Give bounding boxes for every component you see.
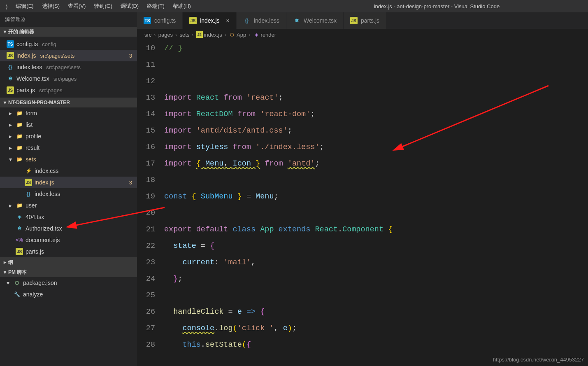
window-title: index.js - ant-design-pro-master - Visua… xyxy=(286,3,588,9)
js-icon: JS xyxy=(350,17,358,24)
menu-item[interactable]: 编辑(E) xyxy=(12,0,37,12)
folder-icon: 📁 xyxy=(16,121,23,128)
npm-item[interactable]: 🔧analyze xyxy=(0,289,137,300)
open-editors-header[interactable]: ▾ 开的 编辑器 xyxy=(0,27,137,37)
js-icon: JS xyxy=(7,52,14,59)
breadcrumb-separator: › xyxy=(249,32,250,38)
file-item[interactable]: ⚛404.tsx xyxy=(0,211,137,223)
explorer-title: 源管理器 xyxy=(0,12,137,27)
open-editor-item[interactable]: JSindex.jssrc\pages\sets3 xyxy=(0,50,137,61)
outline-header[interactable]: ▸ 纲 xyxy=(0,257,137,267)
tabbar: TSconfig.tsJSindex.js×{}index.less⚛Welco… xyxy=(137,12,588,29)
breadcrumb-part[interactable]: App xyxy=(237,32,246,38)
file-name: config.ts xyxy=(16,41,38,47)
breadcrumb-part[interactable]: sets xyxy=(179,32,189,38)
npm-item[interactable]: ▾⬡package.json xyxy=(0,277,137,289)
item-name: parts.js xyxy=(26,248,44,255)
code-editor[interactable]: 10111213141516171819202122232425262728 /… xyxy=(137,40,588,366)
file-item[interactable]: JSindex.js3 xyxy=(0,177,137,188)
file-path: src\pages\sets xyxy=(40,53,74,59)
file-item[interactable]: ⚡index.css xyxy=(0,165,137,177)
file-item[interactable]: <%document.ejs xyxy=(0,234,137,246)
folder-icon: 📁 xyxy=(16,202,23,209)
tab-label: config.ts xyxy=(154,17,176,24)
editor-tab[interactable]: JSparts.js xyxy=(344,12,386,29)
npm-scripts-header[interactable]: ▾ PM 脚本 xyxy=(0,267,137,277)
sidebar: 源管理器 ▾ 开的 编辑器 TSconfig.tsconfigJSindex.j… xyxy=(0,12,137,366)
project-header[interactable]: ▾ NT-DESIGN-PRO-MASTER xyxy=(0,98,137,107)
menu-item[interactable]: 终端(T) xyxy=(143,0,169,12)
editor-tab[interactable]: {}index.less xyxy=(237,12,286,29)
breadcrumb-separator: › xyxy=(225,32,226,38)
open-editor-item[interactable]: TSconfig.tsconfig xyxy=(0,38,137,50)
file-name: index.js xyxy=(16,52,36,59)
folder-icon: 📂 xyxy=(16,156,23,163)
close-icon[interactable]: × xyxy=(226,17,230,24)
line-numbers: 10111213141516171819202122232425262728 xyxy=(137,40,164,366)
class-icon: ⬡ xyxy=(229,31,235,38)
chevron-right-icon: ▸ xyxy=(2,259,8,265)
ts-icon: TS xyxy=(144,17,151,24)
problems-badge: 3 xyxy=(129,180,132,186)
folder-item[interactable]: ▸📁user xyxy=(0,200,137,211)
breadcrumb-separator: › xyxy=(175,32,177,38)
file-name: parts.js xyxy=(16,87,35,93)
folder-item[interactable]: ▸📁profile xyxy=(0,131,137,142)
breadcrumb-part[interactable]: src xyxy=(144,32,151,38)
file-path: src\pages xyxy=(53,76,77,82)
file-name: index.less xyxy=(16,64,42,70)
folder-item[interactable]: ▸📁form xyxy=(0,107,137,119)
file-item[interactable]: ⚛Authorized.tsx xyxy=(0,223,137,234)
breadcrumb-part[interactable]: index.js xyxy=(204,32,222,38)
breadcrumb-part[interactable]: render xyxy=(261,32,277,38)
breadcrumb[interactable]: src›pages›sets›JSindex.js›⬡App›◈render xyxy=(137,29,588,40)
code-lines[interactable]: // }import React from 'react';import Rea… xyxy=(164,40,588,366)
ejs-icon: <% xyxy=(16,236,23,244)
chevron-right-icon: ▸ xyxy=(7,133,13,140)
chevron-right-icon: ▸ xyxy=(7,145,13,151)
menu-item[interactable]: 查看(V) xyxy=(64,0,90,12)
editor-tab[interactable]: ⚛Welcome.tsx xyxy=(286,12,344,29)
folder-item[interactable]: ▸📁result xyxy=(0,142,137,154)
npm-label: PM 脚本 xyxy=(8,269,27,276)
less-icon: {} xyxy=(25,190,32,198)
folder-item[interactable]: ▸📁list xyxy=(0,119,137,131)
file-item[interactable]: JSparts.js xyxy=(0,246,137,257)
item-name: sets xyxy=(26,156,36,163)
folder-icon: 📁 xyxy=(16,110,23,117)
item-name: list xyxy=(26,121,33,128)
outline-label: 纲 xyxy=(8,259,13,266)
npm-icon: ⬡ xyxy=(13,279,21,287)
js-icon: JS xyxy=(189,17,197,24)
js-icon: JS xyxy=(196,31,203,38)
less-icon: {} xyxy=(7,63,14,71)
breadcrumb-separator: › xyxy=(192,32,193,38)
watermark: https://blog.csdn.net/weixin_44953227 xyxy=(493,357,584,363)
item-name: index.less xyxy=(35,191,60,197)
open-editors-label: 开的 编辑器 xyxy=(8,28,34,35)
menu-item[interactable]: 选择(S) xyxy=(38,0,64,12)
folder-item[interactable]: ▾📂sets xyxy=(0,154,137,165)
editor-tab[interactable]: TSconfig.ts xyxy=(137,12,183,29)
editor-tab[interactable]: JSindex.js× xyxy=(183,12,237,29)
file-path: src\pages xyxy=(39,87,62,93)
breadcrumb-part[interactable]: pages xyxy=(158,32,173,38)
react-icon: ⚛ xyxy=(16,225,23,232)
open-editor-item[interactable]: JSparts.jssrc\pages xyxy=(0,84,137,96)
folder-icon: 📁 xyxy=(16,144,23,152)
open-editor-item[interactable]: ⚛Welcome.tsxsrc\pages xyxy=(0,73,137,84)
less-icon: {} xyxy=(243,17,251,24)
js-icon: JS xyxy=(16,248,23,255)
menu-item[interactable]: ) xyxy=(2,0,12,12)
chevron-down-icon: ▾ xyxy=(2,29,8,35)
chevron-down-icon: ▾ xyxy=(2,269,8,275)
menu-item[interactable]: 调试(D) xyxy=(116,0,143,12)
item-name: index.js xyxy=(35,179,54,186)
open-editor-item[interactable]: {}index.lesssrc\pages\sets xyxy=(0,61,137,73)
file-item[interactable]: {}index.less xyxy=(0,188,137,200)
js-icon: JS xyxy=(7,86,14,94)
chevron-right-icon: ▸ xyxy=(7,121,13,128)
breadcrumb-separator: › xyxy=(154,32,156,38)
menu-item[interactable]: 转到(G) xyxy=(90,0,116,12)
menu-item[interactable]: 帮助(H) xyxy=(169,0,195,12)
